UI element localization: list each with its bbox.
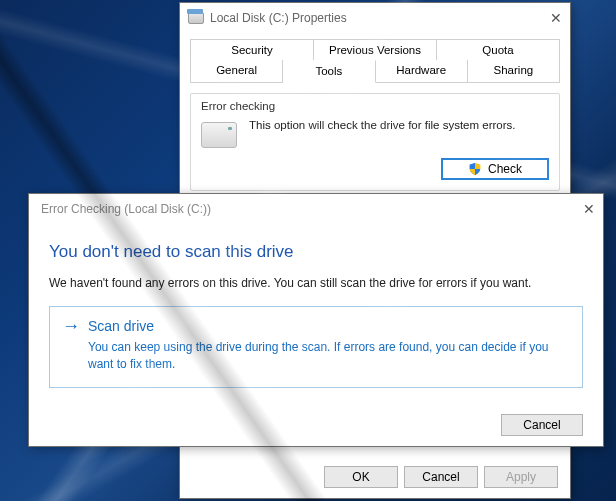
properties-titlebar: Local Disk (C:) Properties ✕ (180, 3, 570, 33)
drive-icon (201, 122, 237, 148)
disk-icon (188, 12, 204, 24)
apply-button[interactable]: Apply (484, 466, 558, 488)
error-dialog-titlebar: Error Checking (Local Disk (C:)) ✕ (29, 194, 603, 224)
tab-row-2: General Tools Hardware Sharing (190, 60, 560, 83)
scan-drive-title: Scan drive (88, 318, 154, 334)
tab-tools[interactable]: Tools (283, 60, 375, 83)
cancel-button[interactable]: Cancel (404, 466, 478, 488)
close-icon[interactable]: ✕ (565, 201, 595, 217)
check-button[interactable]: Check (441, 158, 549, 180)
arrow-right-icon: → (62, 317, 80, 335)
error-checking-dialog: Error Checking (Local Disk (C:)) ✕ You d… (28, 193, 604, 447)
scan-drive-option[interactable]: → Scan drive You can keep using the driv… (49, 306, 583, 388)
tab-previous-versions[interactable]: Previous Versions (314, 39, 437, 61)
tab-hardware[interactable]: Hardware (376, 60, 468, 83)
error-dialog-title: Error Checking (Local Disk (C:)) (41, 202, 211, 216)
ok-button[interactable]: OK (324, 466, 398, 488)
error-dialog-footer: Cancel (29, 414, 603, 448)
error-dialog-text: We haven't found any errors on this driv… (49, 276, 583, 290)
tab-row-1: Security Previous Versions Quota (190, 39, 560, 60)
error-dialog-heading: You don't need to scan this drive (49, 242, 583, 262)
cancel-button[interactable]: Cancel (501, 414, 583, 436)
group-label: Error checking (201, 100, 549, 112)
shield-icon (468, 162, 482, 176)
close-icon[interactable]: ✕ (532, 10, 562, 26)
error-dialog-body: You don't need to scan this drive We hav… (29, 224, 603, 414)
properties-title: Local Disk (C:) Properties (210, 11, 347, 25)
error-checking-group: Error checking This option will check th… (190, 93, 560, 191)
error-checking-description: This option will check the drive for fil… (249, 118, 549, 134)
properties-footer: OK Cancel Apply (324, 466, 558, 488)
check-button-label: Check (488, 162, 522, 176)
tab-quota[interactable]: Quota (437, 39, 560, 61)
properties-body: Security Previous Versions Quota General… (180, 33, 570, 201)
scan-drive-description: You can keep using the drive during the … (88, 339, 570, 373)
tab-security[interactable]: Security (190, 39, 314, 61)
tab-general[interactable]: General (190, 60, 283, 83)
tab-sharing[interactable]: Sharing (468, 60, 560, 83)
